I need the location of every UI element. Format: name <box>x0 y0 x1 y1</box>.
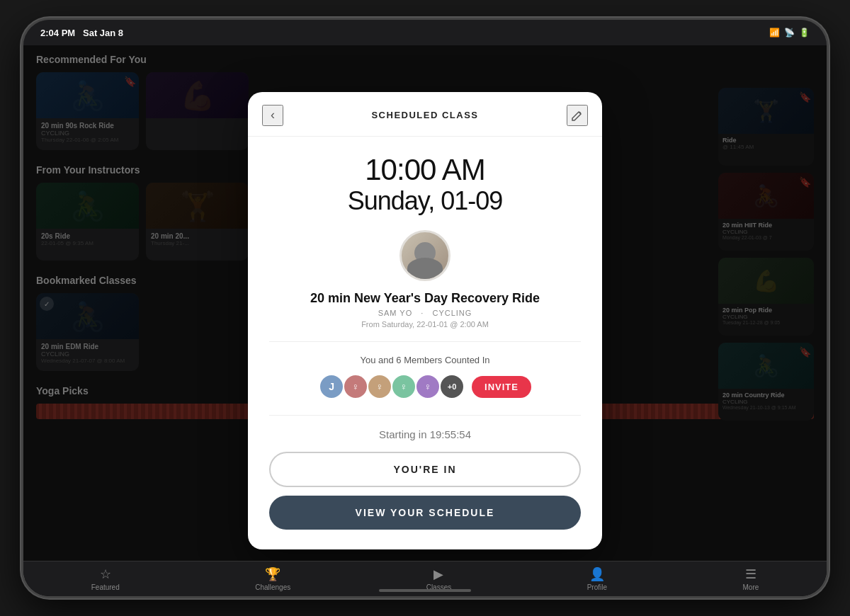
class-meta: SAM YO · CYCLING <box>375 309 475 317</box>
profile-icon: 👤 <box>589 566 605 582</box>
status-time: 2:04 PM Sat Jan 8 <box>40 28 123 38</box>
member-avatar-3: ♀ <box>367 374 392 399</box>
instructor-name: SAM YO <box>378 309 413 317</box>
modal-title: SCHEDULED CLASS <box>371 110 478 120</box>
members-row: J ♀ ♀ ♀ ♀ +0 INVITE <box>319 374 531 399</box>
modal-overlay: ‹ SCHEDULED CLASS 10:00 AM Sunday, 01-09 <box>23 45 827 596</box>
member-avatar-1: J <box>319 374 344 399</box>
class-category: CYCLING <box>432 309 472 317</box>
more-label: More <box>742 583 759 591</box>
nav-classes[interactable]: ▶ Classes <box>426 566 452 591</box>
modal-body: 10:00 AM Sunday, 01-09 20 min New Year's… <box>248 137 602 549</box>
edit-button[interactable] <box>567 105 588 126</box>
member-avatar-4: ♀ <box>391 374 416 399</box>
meta-separator: · <box>421 309 426 317</box>
classes-icon: ▶ <box>434 566 443 582</box>
signal-icon: 📶 <box>769 28 780 38</box>
timer-text: Starting in 19:55:54 <box>379 428 471 440</box>
instructor-avatar <box>400 230 450 281</box>
status-bar: 2:04 PM Sat Jan 8 📶 📡 🔋 <box>23 20 827 45</box>
back-button[interactable]: ‹ <box>262 105 283 126</box>
nav-challenges[interactable]: 🏆 Challenges <box>255 566 290 591</box>
divider-1 <box>269 341 581 342</box>
member-avatar-6: +0 <box>439 374 465 399</box>
divider-2 <box>269 415 581 416</box>
home-indicator <box>379 589 471 592</box>
edit-icon <box>571 109 584 122</box>
nav-profile[interactable]: 👤 Profile <box>587 566 607 591</box>
profile-label: Profile <box>587 583 607 591</box>
avatar-body <box>407 258 443 279</box>
wifi-icon: 📡 <box>784 28 795 38</box>
challenges-icon: 🏆 <box>265 566 280 582</box>
class-date: Sunday, 01-09 <box>348 186 503 216</box>
member-avatar-2: ♀ <box>343 374 368 399</box>
class-name: 20 min New Year's Day Recovery Ride <box>310 291 540 306</box>
main-content: Recommended For You 🚴 🔖 20 min 90s Rock … <box>23 45 827 596</box>
youre-in-button[interactable]: YOU'RE IN <box>269 452 581 487</box>
featured-icon: ☆ <box>100 566 111 582</box>
class-time: 10:00 AM <box>365 154 484 186</box>
featured-label: Featured <box>91 583 120 591</box>
modal-header: ‹ SCHEDULED CLASS <box>248 92 602 137</box>
members-label: You and 6 Members Counted In <box>360 355 489 365</box>
more-icon: ☰ <box>745 566 756 582</box>
nav-featured[interactable]: ☆ Featured <box>91 566 120 591</box>
class-date-info: From Saturday, 22-01-01 @ 2:00 AM <box>361 320 489 329</box>
status-icons: 📶 📡 🔋 <box>769 28 810 38</box>
view-schedule-button[interactable]: VIEW YOUR SCHEDULE <box>269 496 581 530</box>
invite-button[interactable]: INVITE <box>472 376 531 398</box>
scheduled-class-modal: ‹ SCHEDULED CLASS 10:00 AM Sunday, 01-09 <box>248 92 602 549</box>
ipad-frame: 2:04 PM Sat Jan 8 📶 📡 🔋 Recommended For … <box>21 18 829 598</box>
nav-more[interactable]: ☰ More <box>742 566 759 591</box>
battery-icon: 🔋 <box>799 28 810 38</box>
challenges-label: Challenges <box>255 583 290 591</box>
member-avatar-5: ♀ <box>415 374 441 399</box>
